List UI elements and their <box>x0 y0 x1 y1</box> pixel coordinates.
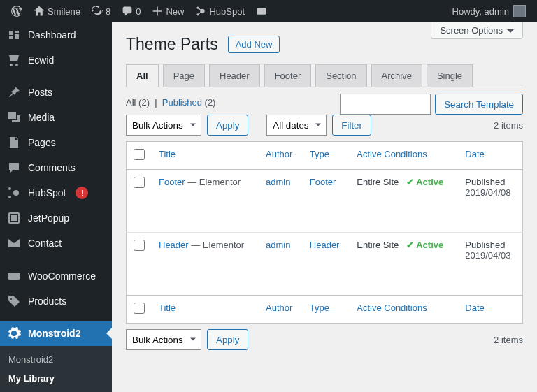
row-scope: Entire Site <box>357 240 399 250</box>
sidebar-item-contact[interactable]: Contact <box>0 231 112 256</box>
sidebar-item-label: JetPopup <box>28 212 69 224</box>
row-author-link[interactable]: admin <box>266 240 290 250</box>
screen-options-toggle[interactable]: Screen Options <box>431 22 523 39</box>
avatar-icon <box>513 5 526 17</box>
sidebar-item-jetpopup[interactable]: JetPopup <box>0 205 112 231</box>
row-date: 2019/04/03 <box>465 250 510 261</box>
site-name: Smilene <box>48 6 80 17</box>
row-scope: Entire Site <box>357 177 399 187</box>
row-checkbox[interactable] <box>134 177 145 188</box>
search-input[interactable] <box>340 94 431 115</box>
svg-rect-3 <box>257 8 266 15</box>
sidebar-item-comments[interactable]: Comments <box>0 155 112 180</box>
row-title-link[interactable]: Header <box>159 240 189 250</box>
products-icon <box>7 294 21 308</box>
hubspot-icon <box>195 6 206 17</box>
col-date[interactable]: Date <box>458 296 522 324</box>
tab-header[interactable]: Header <box>209 64 260 87</box>
col-author: Author <box>259 296 303 324</box>
select-all-checkbox[interactable] <box>134 149 145 160</box>
comment-icon <box>122 6 133 17</box>
cart-icon <box>256 6 267 17</box>
row-status: Active <box>406 240 443 250</box>
sidebar-item-label: Products <box>28 296 66 307</box>
submenu-item-monstroid2[interactable]: Monstroid2 <box>0 350 112 369</box>
row-title-link[interactable]: Footer <box>159 177 185 187</box>
row-title-suffix: — Elementor <box>189 240 244 250</box>
table-row: Header — Elementor admin Header Entire S… <box>127 233 523 296</box>
updates-link[interactable]: 8 <box>86 0 116 22</box>
sidebar-item-hubspot[interactable]: HubSpot ! <box>0 180 112 205</box>
hubspot-bar-link[interactable]: HubSpot <box>189 0 250 22</box>
hubspot-label: HubSpot <box>209 6 245 17</box>
cart-bar-link[interactable] <box>250 0 273 22</box>
tab-page[interactable]: Page <box>163 64 205 87</box>
col-date[interactable]: Date <box>458 142 522 170</box>
bulk-actions-select-bottom[interactable]: Bulk Actions <box>126 329 201 350</box>
items-count: 2 items <box>494 120 523 131</box>
site-link[interactable]: Smilene <box>28 0 86 22</box>
admin-bar: Smilene 8 0 New HubSpot Howdy, admin <box>0 0 537 22</box>
col-conditions: Active Conditions <box>350 142 458 170</box>
caret-down-icon <box>507 29 514 36</box>
row-date-state: Published <box>465 177 505 187</box>
svg-point-6 <box>8 196 11 198</box>
sidebar-item-woocommerce[interactable]: WooCommerce <box>0 263 112 289</box>
sidebar-item-products[interactable]: Products <box>0 289 112 314</box>
tab-single[interactable]: Single <box>427 64 473 87</box>
ecwid-icon <box>7 53 21 67</box>
new-content-link[interactable]: New <box>146 0 189 22</box>
row-checkbox[interactable] <box>134 240 145 251</box>
comments-link[interactable]: 0 <box>116 0 146 22</box>
pin-icon <box>7 85 21 99</box>
col-author: Author <box>259 142 303 170</box>
sidebar-item-media[interactable]: Media <box>0 105 112 130</box>
comments-count: 0 <box>136 6 141 17</box>
row-date-state: Published <box>465 240 505 250</box>
bulk-apply-button-bottom[interactable]: Apply <box>207 329 248 350</box>
svg-point-5 <box>8 187 11 190</box>
dashboard-icon <box>7 28 21 42</box>
search-button[interactable]: Search Template <box>435 94 523 115</box>
sidebar-item-monstroid2[interactable]: Monstroid2 <box>0 321 112 346</box>
howdy-text: Howdy, admin <box>452 6 509 17</box>
wp-logo-icon[interactable] <box>6 0 28 22</box>
new-label: New <box>166 6 184 17</box>
items-count-bottom: 2 items <box>494 335 523 345</box>
sidebar-item-pages[interactable]: Pages <box>0 130 112 155</box>
select-all-checkbox-footer[interactable] <box>134 303 145 314</box>
table-row: Footer — Elementor admin Footer Entire S… <box>127 170 523 233</box>
tab-section[interactable]: Section <box>315 64 366 87</box>
svg-rect-9 <box>8 273 20 280</box>
parts-table: Title Author Type Active Conditions Date… <box>126 141 523 324</box>
home-icon <box>34 6 45 17</box>
add-new-button[interactable]: Add New <box>228 36 280 53</box>
bulk-actions-select[interactable]: Bulk Actions <box>126 115 201 136</box>
row-type-link[interactable]: Footer <box>310 177 336 187</box>
svg-rect-8 <box>11 215 17 221</box>
col-title[interactable]: Title <box>152 296 259 324</box>
filter-all[interactable]: All (2) <box>126 97 150 108</box>
submenu-item-my-library[interactable]: My Library <box>0 369 112 388</box>
row-author-link[interactable]: admin <box>266 177 290 187</box>
col-title[interactable]: Title <box>152 142 259 170</box>
sidebar-item-label: WooCommerce <box>28 270 96 282</box>
sidebar-item-label: Media <box>28 112 55 123</box>
date-filter-select[interactable]: All dates <box>266 115 327 136</box>
sidebar-item-dashboard[interactable]: Dashboard <box>0 22 112 48</box>
tab-footer[interactable]: Footer <box>264 64 312 87</box>
page-icon <box>7 136 21 150</box>
filter-button[interactable]: Filter <box>332 115 371 136</box>
account-link[interactable]: Howdy, admin <box>447 0 531 22</box>
tab-all[interactable]: All <box>126 64 159 87</box>
col-conditions: Active Conditions <box>350 296 458 324</box>
filter-published[interactable]: Published (2) <box>162 97 216 108</box>
sidebar-item-ecwid[interactable]: Ecwid <box>0 48 112 73</box>
sidebar-item-posts[interactable]: Posts <box>0 80 112 105</box>
row-type-link[interactable]: Header <box>310 240 340 250</box>
tab-archive[interactable]: Archive <box>371 64 422 87</box>
screen-options-label: Screen Options <box>440 25 503 36</box>
row-date: 2019/04/08 <box>465 187 510 198</box>
mail-icon <box>7 236 21 250</box>
bulk-apply-button[interactable]: Apply <box>207 115 248 136</box>
